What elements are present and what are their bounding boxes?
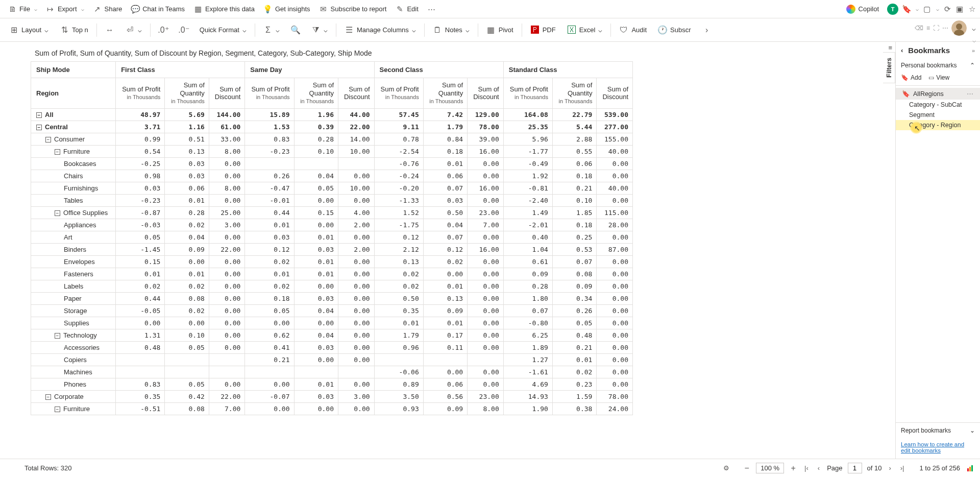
table-row[interactable]: Copiers0.210.000.001.270.010.00	[31, 353, 633, 366]
search-button[interactable]: 🔍	[286, 22, 305, 38]
filters-toggle-icon[interactable]: ≡	[888, 44, 892, 52]
table-row[interactable]: Storage-0.050.020.000.050.040.000.350.09…	[31, 304, 633, 317]
table-row[interactable]: Appliances-0.030.023.000.010.002.00-1.75…	[31, 219, 633, 231]
bookmark-item[interactable]: ↖Category - Region	[896, 120, 980, 130]
table-row[interactable]: Envelopes0.150.000.000.020.010.000.130.0…	[31, 255, 633, 268]
column-group-header[interactable]: Standard Class	[503, 62, 632, 78]
table-row[interactable]: Paper0.440.080.000.180.030.000.500.130.0…	[31, 292, 633, 304]
share-button[interactable]: ↗Share	[89, 3, 127, 15]
table-row[interactable]: −Central3.711.1661.001.530.3922.009.111.…	[31, 121, 633, 133]
page-last-button[interactable]: ›|	[898, 463, 906, 473]
personal-collapse-icon[interactable]: ⌃	[970, 62, 975, 69]
zoom-in-button[interactable]: +	[789, 464, 797, 473]
focus-icon[interactable]: ⛶	[933, 25, 939, 32]
topn-button[interactable]: ⇅Top n	[55, 22, 93, 38]
pivot-button[interactable]: ▦Pivot	[481, 22, 519, 38]
clear-icon[interactable]: ⌫	[915, 25, 923, 32]
column-group-header[interactable]: Second Class	[374, 62, 503, 78]
table-row[interactable]: −Furniture-0.510.087.000.000.000.000.930…	[31, 402, 633, 415]
subscribe-button[interactable]: ✉Subscribe to report	[315, 3, 391, 15]
explore-data-button[interactable]: ▦Explore this data	[190, 3, 259, 15]
notes-button[interactable]: 🗒Notes⌵	[428, 22, 475, 38]
table-row[interactable]: Binders-1.450.0922.000.120.032.002.120.1…	[31, 243, 633, 255]
metric-header[interactable]: Sum ofQuantityin Thousands	[165, 78, 209, 109]
bookmarks-expand-icon[interactable]: »	[972, 47, 975, 54]
favorite-icon[interactable]: ☆	[968, 5, 976, 13]
table-row[interactable]: −Furniture0.540.138.00-0.230.1010.00-2.5…	[31, 145, 633, 157]
more-icon[interactable]: ⋯	[942, 25, 948, 32]
expand-toolbar-icon[interactable]: ⌵	[972, 37, 976, 44]
settings-gear-icon[interactable]: ⚙	[721, 463, 731, 473]
page-next-button[interactable]: ›	[887, 463, 893, 473]
expand-toggle[interactable]: −	[55, 210, 60, 216]
chat-teams-button[interactable]: 💬Chat in Teams	[127, 3, 189, 15]
window-icon[interactable]: ▢	[923, 5, 931, 13]
metric-header[interactable]: Sum ofDiscount	[209, 78, 245, 109]
bookmark-item[interactable]: Segment	[896, 110, 980, 120]
metric-header[interactable]: Sum ofDiscount	[597, 78, 633, 109]
file-menu[interactable]: 🗎File⌵	[4, 3, 41, 15]
bookmark-item[interactable]: Category - SubCat	[896, 100, 980, 110]
table-row[interactable]: Machines-0.060.000.00-1.610.020.00	[31, 366, 633, 378]
bookmark-more-icon[interactable]: ⋯	[967, 90, 974, 98]
report-bookmarks-collapse-icon[interactable]: ⌄	[970, 427, 975, 434]
present-icon[interactable]: ▣	[955, 5, 964, 13]
excel-export-button[interactable]: 🅇Excel⌵	[562, 22, 608, 38]
column-group-header[interactable]: Same Day	[245, 62, 374, 78]
pdf-export-button[interactable]: 🅿PDF	[525, 22, 561, 38]
table-row[interactable]: Chairs0.980.030.000.260.040.00-0.240.060…	[31, 170, 633, 182]
manage-columns-button[interactable]: ☰Manage Columns⌵	[339, 22, 421, 38]
visual-author-avatar[interactable]	[951, 20, 967, 36]
metric-header[interactable]: Sum of Profitin Thousands	[374, 78, 423, 109]
subscribe2-button[interactable]: 🕐Subscr	[653, 22, 696, 38]
quick-format-button[interactable]: Quick Format⌵	[194, 23, 252, 37]
metric-header[interactable]: Sum of Profitin Thousands	[503, 78, 552, 109]
table-row[interactable]: Art0.050.040.000.030.010.000.120.070.000…	[31, 231, 633, 243]
wrap-button[interactable]: ⏎⌵	[120, 22, 147, 38]
table-row[interactable]: Fasteners0.010.010.000.010.010.000.020.0…	[31, 268, 633, 280]
table-row[interactable]: Phones0.830.050.000.000.010.000.890.060.…	[31, 378, 633, 390]
decrease-decimals-button[interactable]: .0⁻	[174, 22, 193, 38]
filters-pane-toggle[interactable]: Filters	[883, 52, 895, 83]
bookmark-item[interactable]: 🔖AllRegions⋯	[896, 88, 980, 100]
metric-header[interactable]: Sum ofQuantityin Thousands	[552, 78, 596, 109]
bookmark-view-button[interactable]: ▭View	[928, 74, 949, 81]
expand-toggle[interactable]: −	[45, 137, 51, 142]
metric-header[interactable]: Sum ofQuantityin Thousands	[294, 78, 338, 109]
expand-toggle[interactable]: −	[55, 149, 60, 155]
page-first-button[interactable]: |‹	[802, 463, 811, 473]
metric-header[interactable]: Sum ofDiscount	[468, 78, 504, 109]
copilot-button[interactable]: Copilot	[842, 3, 883, 16]
metric-header[interactable]: Sum of Profitin Thousands	[245, 78, 294, 109]
bookmark-add-button[interactable]: 🔖Add	[901, 74, 921, 81]
zoom-out-button[interactable]: −	[743, 464, 751, 473]
filter-button[interactable]: ⧩⌵	[306, 22, 333, 38]
table-row[interactable]: Labels0.020.020.000.020.000.000.020.010.…	[31, 280, 633, 292]
format-width-button[interactable]: ↔	[100, 22, 119, 38]
table-row[interactable]: Accessories0.480.050.000.410.030.000.960…	[31, 341, 633, 353]
audit-button[interactable]: 🛡Audit	[614, 22, 652, 38]
sliders-icon[interactable]: ≡	[926, 25, 930, 32]
table-row[interactable]: −Office Supplies-0.870.2825.000.440.154.…	[31, 206, 633, 219]
table-row[interactable]: −Consumer0.990.5133.000.830.2814.000.780…	[31, 133, 633, 145]
region-header[interactable]: Region	[31, 78, 116, 109]
get-insights-button[interactable]: 💡Get insights	[260, 3, 314, 15]
user-avatar[interactable]: T	[887, 4, 898, 15]
more-options-button[interactable]: ⋯	[424, 3, 440, 15]
expand-toggle[interactable]: −	[55, 407, 60, 412]
page-input[interactable]	[848, 463, 862, 473]
refresh-icon[interactable]: ⟳	[943, 5, 951, 13]
layout-button[interactable]: ⊞Layout⌵	[4, 22, 54, 38]
table-row[interactable]: Bookcases-0.250.030.00-0.760.010.00-0.49…	[31, 157, 633, 170]
expand-toggle[interactable]: −	[36, 125, 42, 130]
expand-toggle[interactable]: −	[45, 394, 51, 400]
metric-header[interactable]: Sum ofDiscount	[338, 78, 375, 109]
page-prev-button[interactable]: ‹	[816, 463, 822, 473]
expand-toggle[interactable]: −	[55, 333, 60, 339]
edit-button[interactable]: ✎Edit	[391, 3, 422, 15]
expand-toggle[interactable]: −	[36, 112, 42, 118]
bookmarks-back-icon[interactable]: ‹	[901, 46, 903, 54]
increase-decimals-button[interactable]: .0⁺	[154, 22, 173, 38]
table-row[interactable]: Tables-0.230.010.00-0.010.000.00-1.330.0…	[31, 194, 633, 206]
table-row[interactable]: −All48.975.69144.0015.891.9644.0057.457.…	[31, 108, 633, 121]
